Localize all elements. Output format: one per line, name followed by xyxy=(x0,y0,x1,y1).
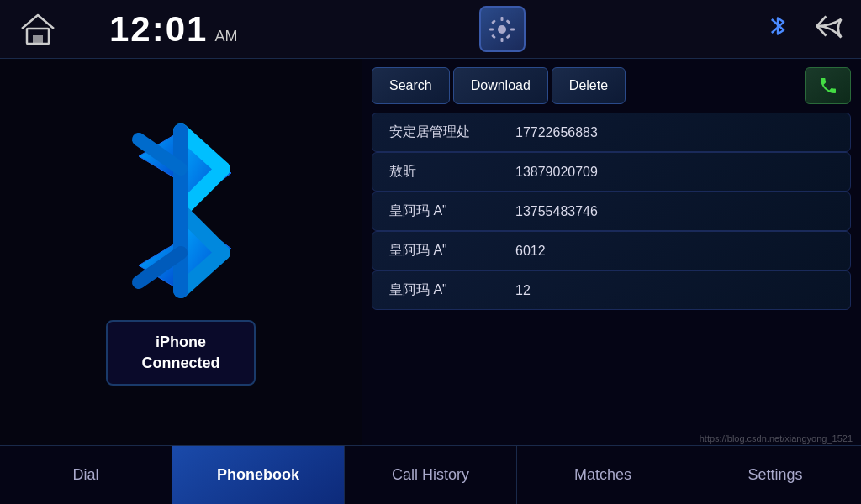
connected-text-line2: Connected xyxy=(141,353,219,374)
watermark: https://blog.csdn.net/xiangyong_1521 xyxy=(700,433,853,444)
svg-point-2 xyxy=(498,25,506,34)
contact-row[interactable]: 敖昕 13879020709 xyxy=(372,152,851,192)
clock-ampm: AM xyxy=(214,28,237,45)
bottom-nav: Dial Phonebook Call History Matches Sett… xyxy=(0,445,861,504)
toolbar: Search Download Delete xyxy=(372,67,851,104)
main-area: iPhone Connected Search Download Delete … xyxy=(0,59,861,445)
header: 12:01 AM xyxy=(0,0,861,59)
svg-rect-3 xyxy=(501,17,504,21)
contact-number: 17722656883 xyxy=(515,125,598,140)
svg-rect-9 xyxy=(506,19,511,24)
search-button[interactable]: Search xyxy=(372,67,450,104)
svg-rect-6 xyxy=(510,28,515,30)
contact-name: 皇阿玛 A" xyxy=(389,281,499,299)
contact-row[interactable]: 皇阿玛 A" 12 xyxy=(372,270,851,310)
contact-number: 12 xyxy=(515,283,531,298)
contact-row[interactable]: 皇阿玛 A" 13755483746 xyxy=(372,192,851,231)
nav-matches[interactable]: Matches xyxy=(517,446,689,504)
header-left: 12:01 AM xyxy=(17,9,237,50)
nav-phonebook[interactable]: Phonebook xyxy=(172,446,345,504)
call-button[interactable] xyxy=(805,67,851,104)
contact-row[interactable]: 皇阿玛 A" 6012 xyxy=(372,231,851,270)
settings-gear-button[interactable] xyxy=(479,6,526,52)
contact-name: 安定居管理处 xyxy=(389,123,499,141)
nav-settings[interactable]: Settings xyxy=(689,446,861,504)
contact-number: 13755483746 xyxy=(515,204,598,219)
home-icon[interactable] xyxy=(17,10,59,48)
back-icon[interactable] xyxy=(814,13,844,45)
connected-badge: iPhone Connected xyxy=(106,320,255,386)
contact-name: 皇阿玛 A" xyxy=(389,242,499,260)
time-display: 12:01 AM xyxy=(109,9,237,50)
contact-row[interactable]: 安定居管理处 17722656883 xyxy=(372,113,851,152)
nav-call-history[interactable]: Call History xyxy=(345,446,517,504)
svg-rect-4 xyxy=(501,38,504,42)
svg-rect-5 xyxy=(489,28,494,30)
header-center xyxy=(479,6,526,52)
nav-dial[interactable]: Dial xyxy=(0,446,172,504)
svg-rect-8 xyxy=(506,34,511,39)
svg-rect-10 xyxy=(491,34,496,39)
bluetooth-icon xyxy=(767,13,789,45)
contact-name: 皇阿玛 A" xyxy=(389,202,499,220)
contact-name: 敖昕 xyxy=(389,163,499,181)
connected-text-line1: iPhone xyxy=(141,332,219,353)
clock-time: 12:01 xyxy=(109,9,208,50)
svg-rect-7 xyxy=(491,19,496,24)
delete-button[interactable]: Delete xyxy=(552,67,626,104)
contacts-list: 安定居管理处 17722656883 敖昕 13879020709 皇阿玛 A"… xyxy=(372,113,851,310)
right-panel: Search Download Delete 安定居管理处 1772265688… xyxy=(362,59,861,445)
left-panel: iPhone Connected xyxy=(0,59,362,445)
download-button[interactable]: Download xyxy=(453,67,548,104)
header-right xyxy=(767,13,844,45)
bluetooth-logo xyxy=(105,118,256,303)
svg-rect-1 xyxy=(33,35,43,44)
contact-number: 6012 xyxy=(515,244,546,259)
contact-number: 13879020709 xyxy=(515,165,598,180)
